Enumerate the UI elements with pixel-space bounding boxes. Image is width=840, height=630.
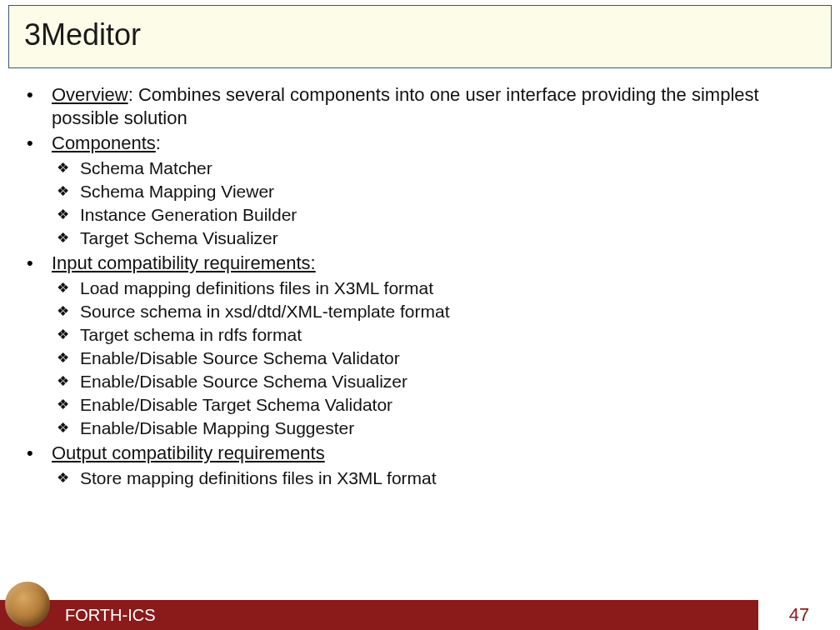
diamond-icon: ❖ [52,467,80,490]
diamond-icon: ❖ [52,203,80,227]
slide-content: • Overview: Combines several components … [0,68,840,490]
output-req-label: Output compatibility requirements [52,442,325,463]
item-text: Schema Matcher [80,157,212,180]
list-item: ❖Schema Mapping Viewer [52,180,817,203]
bullet-input-req: • Input compatibility requirements: ❖Loa… [23,252,817,440]
input-req-label: Input compatibility requirements: [52,252,316,273]
footer-bar: FORTH-ICS 47 [0,600,840,630]
components-colon: : [156,132,161,153]
bullet-output-req: • Output compatibility requirements ❖Sto… [23,442,817,490]
list-item: ❖Target schema in rdfs format [52,323,817,347]
item-text: Target Schema Visualizer [80,227,278,250]
forth-logo-icon [5,582,50,627]
diamond-icon: ❖ [52,300,80,323]
list-item: ❖Enable/Disable Source Schema Validator [52,347,817,370]
item-text: Source schema in xsd/dtd/XML-template fo… [80,300,450,323]
item-text: Target schema in rdfs format [80,323,302,347]
item-text: Schema Mapping Viewer [80,180,274,203]
list-item: ❖Target Schema Visualizer [52,227,817,250]
list-item: ❖Schema Matcher [52,157,817,180]
diamond-icon: ❖ [52,417,80,440]
item-text: Load mapping definitions files in X3ML f… [80,277,433,300]
components-label: Components [52,132,156,153]
bullet-components: • Components: ❖Schema Matcher ❖Schema Ma… [23,132,817,250]
title-box: 3Meditor [8,5,832,68]
footer-org: FORTH-ICS [0,600,758,630]
diamond-icon: ❖ [52,370,80,393]
bullet-overview: • Overview: Combines several components … [23,83,817,130]
diamond-icon: ❖ [52,277,80,300]
page-number: 47 [758,600,840,630]
item-text: Enable/Disable Target Schema Validator [80,393,392,417]
item-text: Enable/Disable Source Schema Visualizer [80,370,408,393]
bullet-dot-icon: • [23,252,52,275]
item-text: Enable/Disable Source Schema Validator [80,347,400,370]
item-text: Instance Generation Builder [80,203,297,227]
diamond-icon: ❖ [52,157,80,180]
list-item: ❖Enable/Disable Source Schema Visualizer [52,370,817,393]
item-text: Enable/Disable Mapping Suggester [80,417,354,440]
overview-label: Overview [52,84,128,105]
bullet-dot-icon: • [23,132,52,155]
diamond-icon: ❖ [52,347,80,370]
overview-text: : Combines several components into one u… [52,84,759,128]
slide-title: 3Meditor [24,18,816,52]
diamond-icon: ❖ [52,180,80,203]
bullet-dot-icon: • [23,83,52,107]
diamond-icon: ❖ [52,227,80,250]
list-item: ❖Source schema in xsd/dtd/XML-template f… [52,300,817,323]
list-item: ❖Enable/Disable Mapping Suggester [52,417,817,440]
item-text: Store mapping definitions files in X3ML … [80,467,437,490]
list-item: ❖Store mapping definitions files in X3ML… [52,467,817,490]
diamond-icon: ❖ [52,393,80,417]
list-item: ❖Load mapping definitions files in X3ML … [52,277,817,300]
list-item: ❖Enable/Disable Target Schema Validator [52,393,817,417]
list-item: ❖Instance Generation Builder [52,203,817,227]
bullet-dot-icon: • [23,442,52,465]
diamond-icon: ❖ [52,323,80,347]
